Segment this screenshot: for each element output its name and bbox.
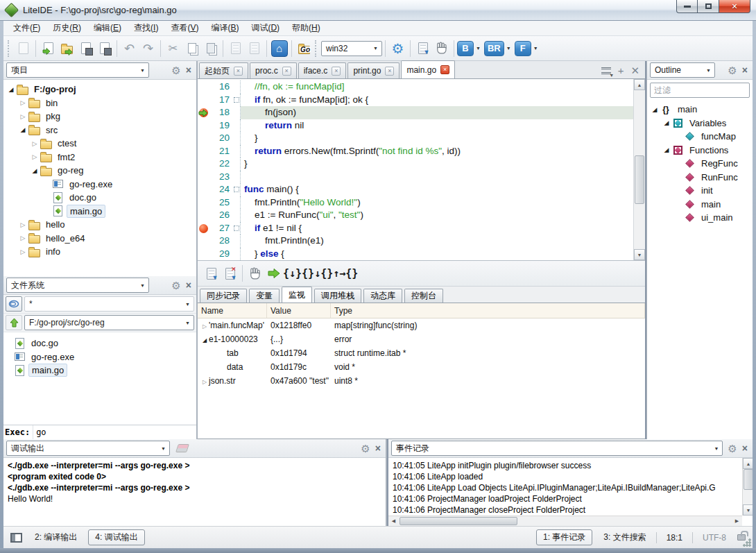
- code-text[interactable]: }: [241, 132, 633, 145]
- split-editor-icon[interactable]: +: [618, 65, 624, 76]
- outline-item-main[interactable]: ◢{}main: [647, 103, 753, 117]
- outline-item-funcMap[interactable]: funcMap: [647, 130, 753, 144]
- fs-file-doc.go[interactable]: doc.go: [13, 337, 196, 350]
- export-output-button[interactable]: ▼: [413, 39, 432, 58]
- build-button[interactable]: B: [457, 41, 474, 56]
- build-run-dropdown-arrow-icon[interactable]: ▼: [506, 46, 511, 51]
- breakpoint-margin[interactable]: [198, 80, 210, 94]
- project-item-src[interactable]: ◢src: [3, 124, 196, 137]
- close-editor-icon[interactable]: ✕: [630, 65, 639, 76]
- close-panel-icon[interactable]: ×: [742, 443, 748, 454]
- gear-icon[interactable]: ⚙: [728, 65, 737, 76]
- open-folder-button[interactable]: [58, 39, 76, 58]
- code-text[interactable]: } else {: [241, 248, 633, 261]
- debug-tab-同步记录[interactable]: 同步记录: [200, 289, 247, 303]
- watch-row-e1-10000023[interactable]: ◢e1-10000023{...}error: [198, 332, 645, 346]
- menu-R[interactable]: 历史(R): [46, 20, 87, 36]
- gear-icon[interactable]: ⚙: [361, 443, 370, 454]
- statusbar-toggle-4: 调试输出[interactable]: 4: 调试输出: [88, 529, 144, 545]
- code-line-21[interactable]: 21 return errors.New(fmt.Sprintf("not fi…: [198, 145, 633, 158]
- statusbar-toggle-1: 事件记录[interactable]: 1: 事件记录: [536, 529, 592, 545]
- fold-margin[interactable]: [232, 158, 241, 171]
- code-text[interactable]: fn(json): [241, 106, 633, 119]
- fs-file-main.go[interactable]: main.go: [13, 364, 196, 377]
- project-item-hello_e64[interactable]: ▷hello_e64: [3, 232, 196, 246]
- home-button[interactable]: ⌂: [270, 39, 289, 58]
- breakpoint-margin[interactable]: [198, 209, 210, 222]
- close-panel-icon[interactable]: ×: [375, 443, 381, 454]
- outline-item-RegFunc[interactable]: RegFunc: [647, 157, 753, 171]
- gear-icon[interactable]: ⚙: [728, 443, 737, 454]
- file-filter-combo[interactable]: * ▼: [24, 296, 194, 312]
- code-text[interactable]: return errors.New(fmt.Sprintf("not find …: [241, 145, 633, 158]
- unindent-button[interactable]: [226, 39, 245, 58]
- code-line-20[interactable]: 20 }: [198, 132, 633, 145]
- expander-icon[interactable]: ▷: [18, 99, 28, 106]
- scroll-left-icon[interactable]: ◀: [388, 516, 399, 526]
- breakpoint-margin[interactable]: [198, 235, 210, 248]
- outline-item-Variables[interactable]: ◢Variables: [647, 117, 753, 130]
- toolbar-grip[interactable]: [8, 40, 11, 57]
- breakpoint-margin[interactable]: [198, 222, 210, 235]
- open-file-button[interactable]: [39, 39, 58, 58]
- fold-margin[interactable]: [232, 209, 241, 222]
- fold-margin[interactable]: [232, 94, 241, 107]
- tab-close-icon[interactable]: ×: [385, 67, 394, 76]
- scroll-up-icon[interactable]: ▲: [634, 79, 645, 90]
- close-panel-icon[interactable]: ×: [186, 65, 191, 76]
- code-line-16[interactable]: 16 //fn, ok := funcMap[id]: [198, 80, 633, 94]
- statusbar-toggle-2: 编译输出[interactable]: 2: 编译输出: [31, 530, 81, 545]
- copy-button[interactable]: [182, 39, 201, 58]
- outline-item-Functions[interactable]: ◢Functions: [647, 144, 753, 158]
- project-item-main.go[interactable]: main.go: [3, 205, 196, 219]
- project-item-go-reg.exe[interactable]: go-reg.exe: [3, 178, 196, 192]
- gear-icon[interactable]: ⚙: [171, 280, 180, 291]
- maximize-button[interactable]: [698, 0, 719, 13]
- step-over-button[interactable]: {}↓: [302, 264, 320, 283]
- code-line-27[interactable]: 27 if e1 != nil {: [198, 222, 633, 235]
- continue-button[interactable]: [264, 264, 283, 283]
- tab-close-icon[interactable]: ×: [332, 67, 341, 76]
- project-item-pkg[interactable]: ▷pkg: [3, 110, 196, 124]
- expander-icon[interactable]: ▷: [18, 113, 28, 120]
- undo-button[interactable]: ↶: [120, 39, 139, 58]
- tab-list-icon[interactable]: [601, 67, 611, 74]
- cut-button[interactable]: ✂: [164, 39, 182, 58]
- show-debug-output-button[interactable]: ▼: [202, 264, 221, 283]
- breakpoint-margin[interactable]: [198, 145, 210, 158]
- toggle-sidebar-icon[interactable]: [10, 533, 22, 543]
- toolbar-grip[interactable]: [315, 40, 318, 57]
- event-log-console[interactable]: 10:41:05 LiteApp initPlugin plugin/fileb…: [388, 458, 753, 526]
- fold-margin[interactable]: [232, 196, 241, 210]
- scrollbar-thumb[interactable]: [635, 155, 644, 204]
- event-log-vscrollbar[interactable]: ▲ ▼: [742, 458, 753, 516]
- outline-panel-selector[interactable]: Outline ▼: [650, 62, 715, 78]
- encoding-indicator[interactable]: UTF-8: [698, 531, 730, 544]
- file-run-button[interactable]: F: [515, 41, 531, 56]
- fold-margin[interactable]: [232, 171, 241, 184]
- redo-button[interactable]: ↷: [139, 39, 157, 58]
- filesystem-panel-selector[interactable]: 文件系统 ▼: [6, 278, 149, 293]
- menu-E[interactable]: 编辑(E): [87, 20, 128, 36]
- fold-margin[interactable]: [232, 248, 241, 261]
- fold-margin[interactable]: [232, 145, 241, 158]
- editor-tab-iface.c[interactable]: iface.c×: [298, 62, 347, 78]
- code-line-26[interactable]: 26 e1 := RunFunc("ui", "test"): [198, 209, 633, 222]
- expander-icon[interactable]: ▷: [200, 379, 209, 385]
- new-file-button[interactable]: [14, 39, 33, 58]
- code-text[interactable]: if e1 != nil {: [241, 222, 633, 235]
- fold-margin[interactable]: [232, 106, 241, 119]
- clear-debug-output-button[interactable]: ▼: [221, 264, 239, 283]
- build-run-button[interactable]: BR: [484, 41, 504, 56]
- expander-icon[interactable]: ▷: [200, 323, 209, 330]
- scrollbar-thumb[interactable]: [400, 517, 517, 525]
- breakpoint-margin[interactable]: [198, 196, 210, 210]
- project-panel-selector[interactable]: 项目 ▼: [6, 62, 149, 78]
- code-text[interactable]: //fn, ok := funcMap[id]: [241, 80, 633, 94]
- statusbar-toggle-3: 文件搜索[interactable]: 3: 文件搜索: [599, 530, 650, 545]
- sync-editor-button[interactable]: [6, 296, 22, 312]
- watch-row-'main.funcMap'[interactable]: ▷'main.funcMap'0x1218ffe0map[string]func…: [198, 318, 645, 332]
- gear-icon[interactable]: ⚙: [171, 65, 180, 76]
- step-into-button[interactable]: {↓}: [283, 264, 302, 283]
- project-item-ctest[interactable]: ▷ctest: [3, 137, 196, 151]
